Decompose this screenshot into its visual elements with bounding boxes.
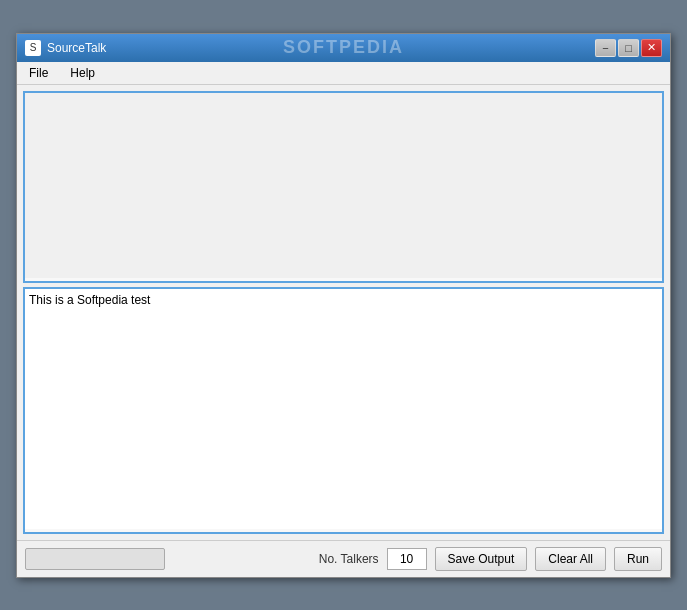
menu-file[interactable]: File (23, 64, 54, 82)
content-area: This is a Softpedia test (17, 85, 670, 540)
menu-help[interactable]: Help (64, 64, 101, 82)
input-wrapper: This is a Softpedia test (23, 287, 664, 534)
restore-button[interactable]: □ (618, 39, 639, 57)
watermark: SOFTPEDIA (283, 37, 404, 58)
progress-bar (25, 548, 165, 570)
main-window: S SourceTalk SOFTPEDIA − □ ✕ File Help T… (16, 33, 671, 578)
close-button[interactable]: ✕ (641, 39, 662, 57)
save-output-button[interactable]: Save Output (435, 547, 528, 571)
title-bar-left: S SourceTalk (25, 40, 106, 56)
window-title: SourceTalk (47, 41, 106, 55)
no-talkers-label: No. Talkers (319, 552, 379, 566)
menu-bar: File Help (17, 62, 670, 85)
title-bar: S SourceTalk SOFTPEDIA − □ ✕ (17, 34, 670, 62)
clear-all-button[interactable]: Clear All (535, 547, 606, 571)
title-controls: − □ ✕ (595, 39, 662, 57)
bottom-bar: No. Talkers Save Output Clear All Run (17, 540, 670, 577)
app-icon: S (25, 40, 41, 56)
output-wrapper (23, 91, 664, 283)
input-textarea[interactable]: This is a Softpedia test (25, 289, 662, 529)
run-button[interactable]: Run (614, 547, 662, 571)
no-talkers-input[interactable] (387, 548, 427, 570)
minimize-button[interactable]: − (595, 39, 616, 57)
output-textarea[interactable] (25, 93, 662, 278)
